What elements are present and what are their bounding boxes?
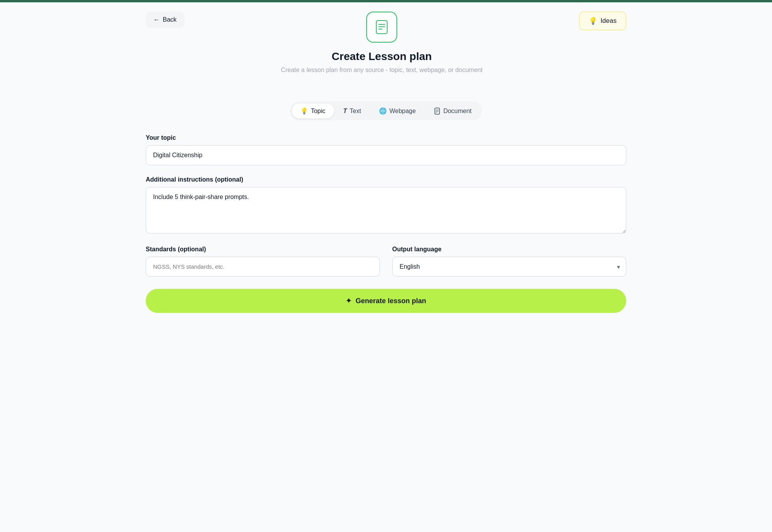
tab-webpage[interactable]: 🌐 Webpage (370, 103, 424, 118)
tab-topic[interactable]: 💡 Topic (292, 103, 334, 118)
center-hero: Create Lesson plan Create a lesson plan … (281, 12, 482, 74)
globe-icon: 🌐 (379, 107, 387, 115)
back-button[interactable]: ← Back (146, 12, 184, 28)
ideas-button[interactable]: 💡 Ideas (579, 12, 626, 30)
language-label: Output language (392, 246, 626, 253)
form-section: Your topic Additional instructions (opti… (146, 134, 626, 313)
tab-document-label: Document (443, 108, 472, 115)
language-select[interactable]: English Spanish French German Mandarin A… (392, 257, 626, 276)
tab-topic-label: Topic (311, 108, 325, 115)
language-field-group: Output language English Spanish French G… (392, 246, 626, 276)
doc-icon-wrapper (366, 12, 397, 43)
bottom-fields-row: Standards (optional) Output language Eng… (146, 246, 626, 276)
standards-field-group: Standards (optional) (146, 246, 380, 276)
instructions-textarea[interactable]: Include 5 think-pair-share prompts. (146, 187, 626, 233)
topic-input[interactable] (146, 145, 626, 165)
standards-input[interactable] (146, 257, 380, 276)
page-title: Create Lesson plan (332, 50, 432, 63)
page-subtitle: Create a lesson plan from any source - t… (281, 67, 482, 74)
text-type-icon: T (343, 108, 347, 115)
document-tab-icon (434, 108, 441, 115)
tab-text-label: Text (350, 108, 361, 115)
tab-document[interactable]: Document (425, 104, 480, 118)
bulb-icon: 💡 (589, 17, 597, 25)
topic-label: Your topic (146, 134, 626, 141)
instructions-label: Additional instructions (optional) (146, 176, 626, 183)
header-row: ← Back Create Lesson plan Create a lesso… (146, 12, 626, 86)
standards-label: Standards (optional) (146, 246, 380, 253)
tab-text[interactable]: T Text (335, 104, 370, 118)
tab-webpage-label: Webpage (389, 108, 416, 115)
generate-label: Generate lesson plan (355, 297, 426, 305)
sparkle-icon: ✦ (346, 297, 352, 305)
generate-button[interactable]: ✦ Generate lesson plan (146, 289, 626, 313)
document-icon (374, 19, 390, 35)
topic-bulb-icon: 💡 (300, 107, 308, 115)
tab-group: 💡 Topic T Text 🌐 Webpage Document (290, 101, 482, 120)
back-arrow-icon: ← (153, 16, 160, 23)
ideas-label: Ideas (600, 17, 617, 25)
language-select-wrapper: English Spanish French German Mandarin A… (392, 257, 626, 276)
back-label: Back (163, 16, 177, 23)
